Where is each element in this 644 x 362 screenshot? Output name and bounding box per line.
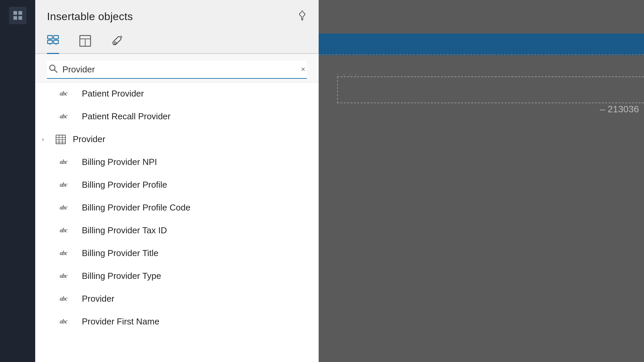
svg-rect-1: [18, 11, 22, 15]
table-type-icon: [55, 134, 67, 144]
type-badge: abc: [60, 113, 76, 120]
result-item[interactable]: abcBilling Provider Tax ID: [35, 219, 319, 242]
canvas-cell-left: [337, 76, 644, 103]
result-label: Billing Provider Tax ID: [82, 225, 167, 236]
svg-line-19: [54, 70, 57, 72]
panel-title: Insertable objects: [47, 10, 133, 23]
insertable-objects-panel: Insertable objects: [35, 0, 319, 362]
type-badge: abc: [60, 227, 76, 234]
canvas-header: [319, 34, 644, 55]
tab-tools[interactable]: [111, 30, 123, 53]
svg-rect-0: [13, 11, 17, 15]
type-badge: abc: [60, 181, 76, 188]
data-tab-icon: [47, 35, 59, 49]
tabs-bar: [35, 30, 319, 54]
sidebar: [0, 0, 35, 362]
results-list: abcPatient ProviderabcPatient Recall Pro…: [35, 82, 319, 362]
result-label: Provider First Name: [82, 316, 159, 327]
type-badge: abc: [60, 318, 76, 325]
result-item[interactable]: abcBilling Provider NPI: [35, 151, 319, 174]
result-item[interactable]: abcBilling Provider Title: [35, 242, 319, 265]
tab-layout[interactable]: [79, 30, 91, 53]
result-label: Billing Provider Type: [82, 271, 161, 281]
type-badge: abc: [60, 250, 76, 257]
expand-arrow[interactable]: ›: [42, 136, 49, 143]
svg-rect-8: [54, 40, 58, 44]
search-box: ×: [47, 61, 307, 79]
result-label: Patient Recall Provider: [82, 111, 170, 122]
result-label: Provider: [82, 294, 114, 304]
tab-data[interactable]: [47, 30, 59, 53]
svg-rect-20: [56, 135, 65, 144]
result-item[interactable]: abcBilling Provider Profile Code: [35, 196, 319, 219]
svg-point-16: [114, 42, 116, 44]
result-label: Patient Provider: [82, 88, 144, 99]
layout-tab-icon: [79, 35, 91, 49]
result-label: Billing Provider NPI: [82, 157, 157, 167]
result-item[interactable]: abcBilling Provider Type: [35, 265, 319, 288]
result-label: Billing Provider Title: [82, 248, 158, 258]
search-icon: [47, 64, 57, 75]
type-badge: abc: [60, 204, 76, 211]
type-badge: abc: [60, 90, 76, 97]
svg-rect-7: [54, 36, 58, 39]
result-label: Billing Provider Profile Code: [82, 202, 191, 213]
svg-rect-2: [13, 16, 17, 20]
sidebar-layout-icon[interactable]: [9, 7, 26, 24]
type-badge: abc: [60, 159, 76, 166]
panel-header: Insertable objects: [35, 0, 319, 30]
result-label: Billing Provider Profile: [82, 180, 167, 190]
pin-button[interactable]: [298, 10, 307, 23]
svg-rect-5: [48, 36, 52, 39]
result-label: Provider: [73, 134, 105, 144]
svg-rect-6: [48, 40, 52, 44]
tools-tab-icon: [111, 35, 123, 49]
clear-search-button[interactable]: ×: [299, 65, 307, 74]
result-item[interactable]: abcBilling Provider Profile: [35, 174, 319, 196]
search-input[interactable]: [62, 64, 294, 75]
dashed-divider: [319, 54, 644, 55]
result-item[interactable]: abcProvider First Name: [35, 310, 319, 333]
result-item[interactable]: › Provider: [35, 128, 319, 151]
search-area: ×: [35, 54, 319, 82]
cell-value: – 213036: [600, 104, 639, 115]
svg-rect-3: [18, 16, 22, 20]
result-item[interactable]: abcPatient Recall Provider: [35, 105, 319, 128]
result-item[interactable]: abcPatient Provider: [35, 82, 319, 105]
type-badge: abc: [60, 273, 76, 280]
type-badge: abc: [60, 295, 76, 302]
result-item[interactable]: abcProvider: [35, 288, 319, 310]
canvas-area: · · · · · · · · Office Key – 213036: [319, 0, 644, 362]
